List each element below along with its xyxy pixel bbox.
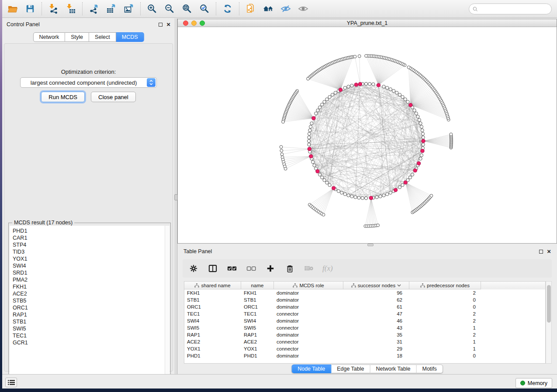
table-cell: ACE2 xyxy=(184,338,241,345)
delete-row-button[interactable] xyxy=(284,262,295,275)
run-mcds-button[interactable]: Run MCDS xyxy=(41,92,85,102)
tree-icon xyxy=(420,283,425,288)
table-row[interactable]: TEC1TEC1connector472 xyxy=(184,310,545,317)
network-from-selection-button[interactable] xyxy=(242,2,259,16)
select-all-button[interactable] xyxy=(226,262,238,275)
function-builder-button[interactable]: f(x) xyxy=(322,264,333,273)
first-neighbors-button[interactable] xyxy=(259,2,277,16)
table-cell: PHD1 xyxy=(184,352,241,359)
zoom-selected-button[interactable] xyxy=(196,2,213,16)
mcds-result-item[interactable]: SWI5 xyxy=(13,325,165,332)
network-canvas[interactable] xyxy=(178,27,557,243)
tab-select[interactable]: Select xyxy=(89,32,116,42)
memory-label: Memory xyxy=(528,380,547,386)
column-header-name[interactable]: name xyxy=(241,282,274,289)
table-cell: dominator xyxy=(274,317,343,324)
float-panel-icon[interactable] xyxy=(159,23,163,27)
tab-network-table[interactable]: Network Table xyxy=(370,364,417,373)
open-file-button[interactable] xyxy=(4,2,21,16)
main-toolbar xyxy=(2,0,557,18)
close-panel-button[interactable]: Close panel xyxy=(91,92,136,102)
mcds-result-item[interactable]: TID3 xyxy=(13,248,165,255)
column-header-successor-nodes[interactable]: successor nodes xyxy=(343,282,409,289)
search-input[interactable] xyxy=(480,6,548,12)
table-cell: FKH1 xyxy=(184,289,241,296)
table-cell: SWI5 xyxy=(184,324,241,331)
table-row[interactable]: STB1STB1dominator620 xyxy=(184,296,545,303)
table-scrollbar-thumb[interactable] xyxy=(547,285,551,323)
table-row[interactable]: ORC1ORC1dominator610 xyxy=(184,303,545,310)
table-settings-button[interactable] xyxy=(188,262,199,275)
close-panel-icon[interactable]: × xyxy=(166,22,170,27)
table-cell: connector xyxy=(274,345,343,352)
memory-button[interactable]: Memory xyxy=(515,378,552,388)
export-image-button[interactable] xyxy=(120,2,138,16)
show-columns-button[interactable] xyxy=(207,262,218,275)
float-panel-icon[interactable] xyxy=(539,250,543,254)
table-scrollbar[interactable] xyxy=(546,281,552,364)
mcds-result-item[interactable]: ORC1 xyxy=(13,304,165,311)
toolbar-separator xyxy=(216,2,216,15)
delete-table-button[interactable] xyxy=(303,262,315,275)
toolbar-separator xyxy=(42,2,42,15)
add-row-button[interactable] xyxy=(265,262,276,275)
new-network-from-selection-icon xyxy=(246,3,256,14)
table-cell: 0 xyxy=(409,296,481,303)
tab-motifs[interactable]: Motifs xyxy=(416,364,443,373)
table-cell: 1 xyxy=(409,324,481,331)
network-graph[interactable] xyxy=(178,27,557,243)
mcds-result-list[interactable]: PHD1CAR1STP4TID3YOX1SWI4SRD1PMA2FKH1ACE2… xyxy=(10,226,165,384)
table-row[interactable]: FKH1FKH1dominator962 xyxy=(184,289,545,296)
mcds-result-item[interactable]: SRD1 xyxy=(13,269,165,276)
import-network-button[interactable] xyxy=(45,2,62,16)
mcds-result-item[interactable]: RAP1 xyxy=(13,311,165,318)
table-cell: 1 xyxy=(409,345,481,352)
mcds-result-item[interactable]: SWI4 xyxy=(13,262,165,269)
mcds-list-scrollbar[interactable] xyxy=(165,226,170,384)
zoom-out-button[interactable] xyxy=(161,2,178,16)
tab-network[interactable]: Network xyxy=(33,32,65,42)
mcds-result-item[interactable]: STB1 xyxy=(13,318,165,325)
table-row[interactable]: RAP1RAP1dominator352 xyxy=(184,331,545,338)
export-network-button[interactable] xyxy=(85,2,103,16)
open-folder-icon xyxy=(7,3,18,14)
apply-layout-button[interactable] xyxy=(219,2,236,16)
mcds-result-item[interactable]: CAR1 xyxy=(13,234,165,241)
column-header-predecessor-nodes[interactable]: predecessor nodes xyxy=(409,282,481,289)
mcds-result-item[interactable]: STB5 xyxy=(13,297,165,304)
tab-mcds[interactable]: MCDS xyxy=(116,32,144,42)
mcds-result-item[interactable]: TEC1 xyxy=(13,332,165,339)
task-history-button[interactable] xyxy=(5,378,17,387)
tab-edge-table[interactable]: Edge Table xyxy=(331,364,370,373)
table-row[interactable]: SWI4SWI4dominator462 xyxy=(184,317,545,324)
zoom-fit-button[interactable] xyxy=(178,2,196,16)
mcds-result-item[interactable]: ACE2 xyxy=(13,290,165,297)
table-row[interactable]: PHD1PHD1dominator180 xyxy=(184,352,545,359)
mcds-result-item[interactable]: PHD1 xyxy=(13,227,165,234)
import-table-button[interactable] xyxy=(62,2,80,16)
horizontal-split-grip[interactable] xyxy=(367,244,374,246)
deselect-all-button[interactable] xyxy=(246,262,257,275)
save-session-button[interactable] xyxy=(21,2,39,16)
hide-selected-button[interactable] xyxy=(277,2,294,16)
close-panel-icon[interactable]: × xyxy=(547,249,551,254)
column-header-shared-name[interactable]: shared name xyxy=(184,282,241,289)
table-row[interactable]: YOX1YOX1connector291 xyxy=(184,345,545,352)
tab-node-table[interactable]: Node Table xyxy=(291,364,331,373)
column-header-mcds-role[interactable]: MCDS role xyxy=(274,282,343,289)
mcds-result-item[interactable]: GCR1 xyxy=(13,339,165,346)
table-row[interactable]: SWI5SWI5connector431 xyxy=(184,324,545,331)
zoom-in-button[interactable] xyxy=(143,2,161,16)
mcds-result-item[interactable]: YOX1 xyxy=(13,255,165,262)
mcds-result-item[interactable]: PMA2 xyxy=(13,276,165,283)
table-row[interactable]: ACE2ACE2connector311 xyxy=(184,338,545,345)
mcds-result-item[interactable]: STP4 xyxy=(13,241,165,248)
table-cell: SWI5 xyxy=(241,324,274,331)
mcds-result-item[interactable]: FKH1 xyxy=(13,283,165,290)
show-all-button[interactable] xyxy=(294,2,312,16)
criterion-dropdown[interactable]: largest connected component (undirected) xyxy=(20,77,157,88)
plus-icon xyxy=(266,265,274,272)
control-panel-titlebar: Control Panel × xyxy=(2,19,175,30)
export-table-button[interactable] xyxy=(103,2,120,16)
tab-style[interactable]: Style xyxy=(65,32,89,42)
